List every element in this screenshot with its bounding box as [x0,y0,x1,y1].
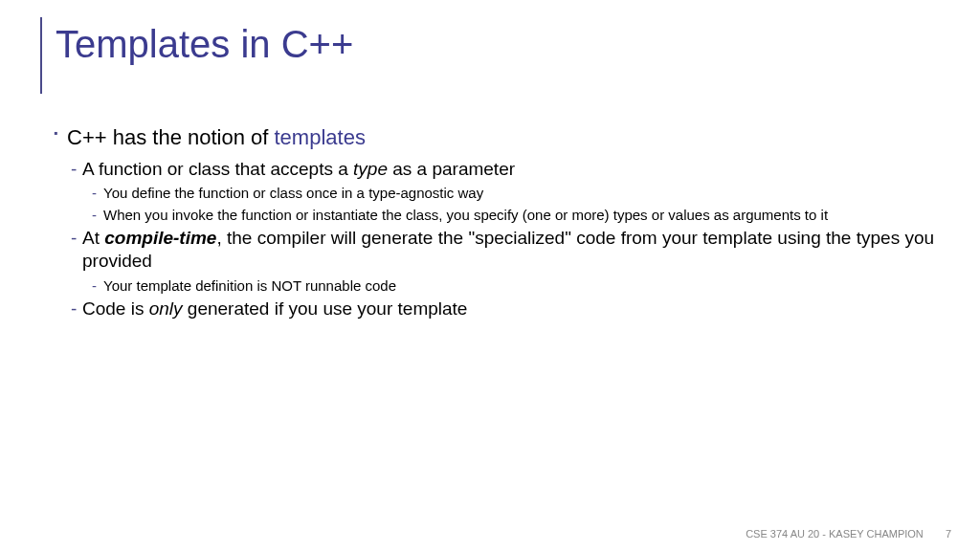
bullet-sub3: Code is only generated if you use your t… [71,298,951,320]
bullet-sub2a: Your template definition is NOT runnable… [92,276,951,296]
page-number: 7 [946,528,951,540]
bullet-sub2: At compile-time, the compiler will gener… [71,227,951,273]
text: Code is [82,298,149,319]
bullet-sub1a: You define the function or class once in… [92,184,951,203]
italic-text: only [149,298,183,319]
bullet-sub1b: When you invoke the function or instanti… [92,206,951,225]
slide: Templates in C++ C++ has the notion of t… [0,0,980,551]
footer: CSE 374 AU 20 - KASEY CHAMPION 7 [746,528,951,540]
text: A function or class that accepts a [82,159,353,179]
text: At [82,228,104,248]
content-body: C++ has the notion of templates A functi… [40,124,951,320]
text: as a parameter [388,159,515,179]
text: C++ has the notion of [67,125,275,149]
accent-text: templates [275,125,366,149]
bullet-sub1: A function or class that accepts a type … [71,158,951,181]
bold-italic-text: compile-time [104,228,216,248]
bullet-main: C++ has the notion of templates [54,124,951,152]
title-container: Templates in C++ [40,17,951,94]
slide-title: Templates in C++ [56,23,951,65]
text: generated if you use your template [183,298,468,319]
course-label: CSE 374 AU 20 - KASEY CHAMPION [746,528,924,540]
italic-text: type [353,159,388,179]
